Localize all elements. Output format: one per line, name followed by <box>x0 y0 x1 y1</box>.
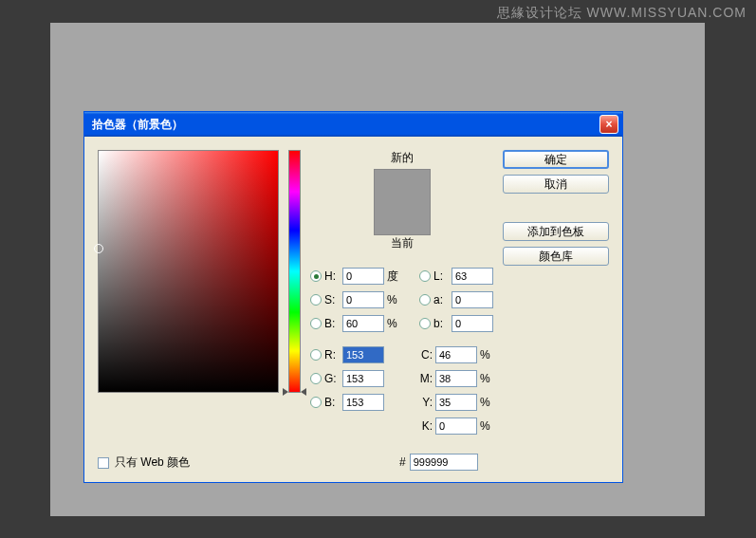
close-button[interactable]: × <box>599 115 618 134</box>
hsb-b-label: B: <box>324 317 340 330</box>
hsb-b-input[interactable] <box>342 315 384 332</box>
new-color-preview <box>375 170 430 202</box>
hue-slider[interactable] <box>288 150 301 393</box>
r-row: R: <box>310 346 400 363</box>
c-label: C: <box>419 348 433 362</box>
current-color-label: 当前 <box>374 235 431 251</box>
a-label: a: <box>433 293 449 306</box>
hsb-rgb-column: H: 度 S: % B: % <box>310 268 400 435</box>
sv-cursor-icon <box>94 244 103 253</box>
r-radio[interactable] <box>310 349 322 361</box>
watermark-text: 思緣设计论坛 WWW.MISSYUAN.COM <box>497 5 747 22</box>
hex-label: # <box>399 455 406 469</box>
rgb-b-row: B: <box>310 394 400 411</box>
lab-b-label: b: <box>433 317 449 330</box>
h-row: H: 度 <box>310 268 400 285</box>
g-row: G: <box>310 370 400 387</box>
hsb-b-radio[interactable] <box>310 318 322 329</box>
hex-input[interactable] <box>410 454 478 471</box>
current-color-preview <box>375 202 430 234</box>
lab-b-input[interactable] <box>452 315 493 332</box>
g-input[interactable] <box>342 370 384 387</box>
k-row: K: % <box>419 417 493 435</box>
c-row: C: % <box>419 346 493 363</box>
hue-arrow-right-icon <box>301 388 306 396</box>
swatch-section: 新的 当前 <box>374 150 431 254</box>
l-radio[interactable] <box>419 270 431 282</box>
h-unit: 度 <box>387 269 400 285</box>
y-row: Y: % <box>419 394 493 411</box>
r-input[interactable] <box>342 346 384 363</box>
m-unit: % <box>480 372 493 385</box>
l-input[interactable] <box>452 268 493 285</box>
cancel-button[interactable]: 取消 <box>503 175 609 194</box>
rgb-b-radio[interactable] <box>310 397 322 408</box>
color-swatch[interactable] <box>374 169 431 235</box>
y-unit: % <box>480 396 493 409</box>
s-input[interactable] <box>342 291 384 308</box>
y-input[interactable] <box>435 394 477 411</box>
a-row: a: <box>419 291 493 308</box>
s-row: S: % <box>310 291 400 308</box>
saturation-value-picker[interactable] <box>98 150 279 393</box>
y-label: Y: <box>419 396 433 409</box>
hue-arrow-left-icon <box>283 388 288 396</box>
dialog-body: 新的 当前 H: 度 S: <box>84 137 622 448</box>
k-input[interactable] <box>435 417 477 435</box>
m-label: M: <box>419 372 433 385</box>
ok-button[interactable]: 确定 <box>503 150 609 169</box>
color-picker-dialog: 拾色器（前景色） × 新的 当前 <box>83 111 623 483</box>
g-label: G: <box>324 372 340 385</box>
new-color-label: 新的 <box>374 150 431 166</box>
h-input[interactable] <box>342 268 384 285</box>
rgb-b-label: B: <box>324 396 340 409</box>
s-radio[interactable] <box>310 294 322 306</box>
hsb-b-unit: % <box>387 317 400 330</box>
color-library-button[interactable]: 颜色库 <box>503 247 609 266</box>
color-fields: H: 度 S: % B: % <box>310 268 493 435</box>
r-label: R: <box>324 348 340 362</box>
s-unit: % <box>387 293 400 306</box>
k-unit: % <box>480 419 493 433</box>
dialog-title: 拾色器（前景色） <box>92 117 183 133</box>
k-label: K: <box>419 419 433 433</box>
h-label: H: <box>324 269 340 283</box>
lab-column: L: a: b: C: <box>419 268 493 435</box>
titlebar[interactable]: 拾色器（前景色） × <box>84 112 622 137</box>
l-row: L: <box>419 268 493 285</box>
a-input[interactable] <box>452 291 493 308</box>
web-only-row: 只有 Web 颜色 <box>98 455 190 471</box>
c-unit: % <box>480 348 493 362</box>
m-input[interactable] <box>435 370 477 387</box>
h-radio[interactable] <box>310 270 322 282</box>
c-input[interactable] <box>435 346 477 363</box>
l-label: L: <box>433 269 449 283</box>
a-radio[interactable] <box>419 294 431 306</box>
buttons-column: 确定 取消 添加到色板 颜色库 <box>503 150 609 435</box>
s-label: S: <box>324 293 340 306</box>
hsb-b-row: B: % <box>310 315 400 332</box>
lab-b-radio[interactable] <box>419 318 431 329</box>
g-radio[interactable] <box>310 373 322 384</box>
web-only-checkbox[interactable] <box>98 457 109 469</box>
add-swatch-button[interactable]: 添加到色板 <box>503 222 609 241</box>
close-icon: × <box>605 118 612 131</box>
web-only-label: 只有 Web 颜色 <box>115 455 190 471</box>
rgb-b-input[interactable] <box>342 394 384 411</box>
lab-b-row: b: <box>419 315 493 332</box>
m-row: M: % <box>419 370 493 387</box>
hex-row: # <box>399 454 478 471</box>
middle-column: 新的 当前 H: 度 S: <box>310 150 493 435</box>
